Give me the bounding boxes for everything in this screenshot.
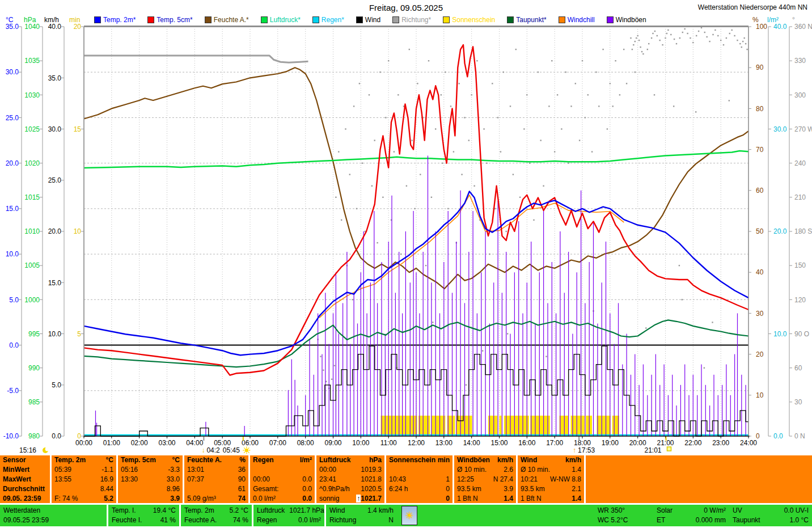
summary-cell-label: 00:00 <box>253 475 270 483</box>
summary-cell: 13:5516.9 <box>52 475 116 484</box>
svg-text:210: 210 <box>794 193 806 201</box>
status-label: UV <box>733 506 742 514</box>
summary-cell: 23:411021.8 <box>316 475 384 484</box>
summary-cell-label: ^0.9hPa/h <box>319 485 350 493</box>
svg-text:0.0: 0.0 <box>9 341 19 349</box>
summary-col-header: Regenl/m² <box>250 455 315 465</box>
summary-cell-value: 1019.3 <box>361 466 382 474</box>
svg-text:23:00: 23:00 <box>712 439 729 447</box>
summary-cell-value: 8.44 <box>100 485 113 493</box>
summary-cell: ^0.9hPa/h1020.5 <box>316 484 384 493</box>
svg-text:80: 80 <box>756 105 764 113</box>
summary-cell-label: 5.09 g/m³ <box>187 495 216 502</box>
summary-col-header: Windkm/h <box>518 455 584 465</box>
status-label: Taupunkt <box>733 516 760 524</box>
summary-col-unit: min <box>438 456 450 464</box>
svg-text:1025: 1025 <box>24 125 40 133</box>
summary-cell-value: 16.9 <box>100 475 113 483</box>
svg-text:20: 20 <box>756 350 764 358</box>
status-line: Luftdruck1021.7 hPa <box>257 505 321 515</box>
summary-cell: 0 <box>386 493 452 503</box>
status-line: 09.05.25 23:59 <box>3 515 103 525</box>
summary-cell: 6:24 h0 <box>386 484 452 493</box>
status-bar: Wetterdaten09.05.25 23:59Temp. I.19.4 °C… <box>0 505 812 526</box>
summary-row-label: Sensor <box>3 456 26 464</box>
summary-filler <box>584 455 812 503</box>
summary-col-wind: Windkm/hØ 10 min.1.410:21W-NW 8.893.5 km… <box>516 455 584 503</box>
svg-text:1010: 1010 <box>24 227 40 235</box>
svg-text:18:00: 18:00 <box>574 439 591 447</box>
summary-col-title: Regen <box>253 456 274 464</box>
summary-cell: 12:25N 27.4 <box>454 475 516 484</box>
svg-text:15:00: 15:00 <box>490 439 508 447</box>
status-cell-wr-wc: WR 350°WC 5.2°C <box>594 505 653 526</box>
summary-cell-label: 93.5 km <box>457 485 481 493</box>
status-label: Temp. I. <box>112 506 136 514</box>
svg-text:15.0: 15.0 <box>48 279 62 287</box>
summary-row-header: Durchschnitt <box>0 484 50 493</box>
svg-text:11:00: 11:00 <box>380 439 397 447</box>
summary-cell-value: 0 <box>446 485 450 493</box>
summary-row-label: 09.05. 23:59 <box>3 495 41 502</box>
summary-col-temp-2m: Temp. 2m°C05:39-1.113:5516.98.44F: 74 %5… <box>50 455 116 503</box>
svg-text:10: 10 <box>74 227 82 235</box>
summary-cell: 3.9 <box>118 493 183 503</box>
summary-cell-label: 12:25 <box>457 475 474 483</box>
svg-text:24:00: 24:00 <box>740 439 757 447</box>
status-line: Solar0 W/m² <box>657 505 726 515</box>
weather-chart: 35.030.025.020.015.010.05.00.0-5.0-10.01… <box>0 0 812 454</box>
status-spacer <box>417 505 594 526</box>
svg-text:40.0: 40.0 <box>773 23 787 31</box>
svg-text:360 N: 360 N <box>794 23 812 31</box>
summary-cell-label: 13:01 <box>187 466 204 474</box>
svg-text:120: 120 <box>794 296 806 304</box>
svg-text:985: 985 <box>28 398 40 406</box>
svg-text:10.0: 10.0 <box>773 330 787 338</box>
status-line: Taupunkt1.0 °C <box>733 515 809 525</box>
summary-cell-value: -1.1 <box>102 466 113 474</box>
summary-col-title: Luftdruck <box>319 456 350 464</box>
svg-text:01:00: 01:00 <box>103 439 120 447</box>
status-value: 5.2 °C <box>230 506 248 514</box>
svg-text:0.0: 0.0 <box>52 432 61 440</box>
svg-text:↓: ↓ <box>201 446 205 454</box>
summary-cell: 05:39-1.1 <box>52 465 116 475</box>
summary-cell-value: 61 <box>238 485 246 493</box>
summary-cell-label: 10:43 <box>389 475 406 483</box>
summary-cell-label: 05:39 <box>54 466 71 474</box>
status-line: Wetterdaten <box>3 505 103 515</box>
pressure-trend-up-icon: ↑ <box>356 495 361 502</box>
summary-cell-value: 8.96 <box>167 485 180 493</box>
summary-col-sonnenschein: Sonnenscheinmin10:4316:24 h00 <box>384 455 452 503</box>
summary-cell-value: 1.4 <box>504 495 513 502</box>
svg-text:14:00: 14:00 <box>463 439 480 447</box>
summary-cell: 93.5 km3.9 <box>454 484 516 493</box>
svg-text:40: 40 <box>756 268 764 276</box>
svg-text:980: 980 <box>28 432 40 440</box>
summary-cell: 8.44 <box>52 484 116 493</box>
status-line: Feuchte A.74 % <box>184 515 248 525</box>
svg-text:17:53: 17:53 <box>578 446 595 454</box>
svg-text:90 O: 90 O <box>794 330 809 338</box>
status-value: 0.0 l/m² <box>298 516 321 524</box>
summary-cell-value: 2.1 <box>572 485 581 493</box>
svg-text:100: 100 <box>756 23 767 31</box>
status-value: N <box>388 516 394 524</box>
summary-cell-value: 33.0 <box>167 475 180 483</box>
summary-col-unit: km/h <box>497 456 513 464</box>
svg-text:-10.0: -10.0 <box>3 432 19 440</box>
status-label: Temp. 2m <box>184 506 214 514</box>
summary-cell: F: 74 %5.2 <box>52 493 116 503</box>
status-value: 41 % <box>160 516 176 524</box>
summary-col-title: Sonnenschein <box>389 456 435 464</box>
summary-cell-label: sonnig <box>319 495 339 502</box>
summary-cell-value: 2.6 <box>504 466 513 474</box>
summary-col-feuchte-a: Feuchte A.%13:013607:3790615.09 g/m³74 <box>183 455 248 503</box>
summary-cell-value: 1021.8 <box>361 475 382 483</box>
summary-cell-label: F: 74 % <box>54 495 78 502</box>
summary-col-unit: °C <box>172 456 180 464</box>
status-line: WR 350° <box>598 505 650 515</box>
summary-cell-label: Gesamt: <box>253 485 278 493</box>
status-cell-luftdruck: Luftdruck1021.7 hPaRegen0.0 l/m² <box>252 505 324 526</box>
summary-col-header: Temp. 5cm°C <box>118 455 183 465</box>
